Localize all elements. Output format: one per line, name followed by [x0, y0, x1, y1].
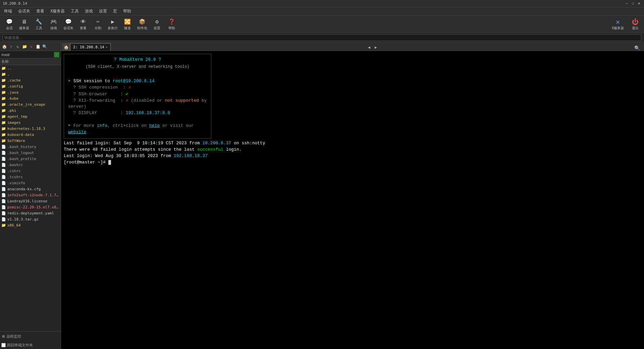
window-title: 10.200.8.14: [3, 1, 27, 6]
list-item[interactable]: 📁 ..: [0, 65, 61, 71]
menu-macros[interactable]: 宏: [110, 8, 120, 15]
remote-monitor-label: 远程监控: [6, 334, 21, 339]
title-bar: 10.200.8.14 ─ □ ✕: [0, 0, 644, 7]
tab-nav-left[interactable]: ◀: [366, 44, 372, 51]
list-item[interactable]: 📁 agent_tmp: [0, 113, 61, 119]
menu-tools[interactable]: 工具: [68, 8, 82, 15]
quick-connect-input[interactable]: [3, 34, 641, 41]
terminal-search-icon[interactable]: 🔍: [634, 45, 643, 51]
toolbar-help[interactable]: ❓ 帮助: [165, 17, 178, 31]
toolbar-view[interactable]: 👁 查看: [76, 17, 90, 31]
tab-close-icon[interactable]: ✕: [106, 45, 108, 49]
tab-home-button[interactable]: 🏠: [62, 43, 70, 51]
list-item[interactable]: 📁 kubernetes-1.18.3: [0, 126, 61, 132]
list-item[interactable]: 📄 .bash_history: [0, 144, 61, 150]
sftp-up-icon[interactable]: ↑: [8, 44, 14, 50]
exit-label: 退出: [632, 26, 639, 31]
split-icon: ✂: [94, 18, 102, 26]
list-item[interactable]: 📄 .bash_profile: [0, 156, 61, 162]
list-item[interactable]: 📁 .: [0, 71, 61, 77]
file-header: 名称: [0, 58, 61, 65]
sftp-delete-icon[interactable]: ✕: [28, 44, 34, 50]
list-item[interactable]: 📄 redis-deployment.yaml: [0, 210, 61, 216]
toolbar-packages[interactable]: 📦 软件包: [136, 17, 149, 31]
toolbar-server[interactable]: 🖥 服务器: [17, 17, 31, 31]
menu-xserver[interactable]: X服务器: [48, 8, 67, 15]
list-item[interactable]: 📁 kuboard-data: [0, 132, 61, 138]
folder-icon: 📁: [1, 133, 6, 137]
menu-games[interactable]: 游戏: [82, 8, 96, 15]
list-item[interactable]: 📄 LandrayV16.license: [0, 198, 61, 204]
close-button[interactable]: ✕: [637, 1, 641, 6]
tab-session[interactable]: 2: 10.200.8.14 ✕: [70, 43, 111, 51]
file-item-label: kubernetes-1.18.3: [7, 127, 45, 131]
tab-nav-right[interactable]: ▶: [372, 44, 379, 51]
toolbar-right: ✕ X服务器 ⏻ 退出: [609, 17, 641, 31]
quick-connect-bar: [0, 33, 644, 42]
list-item[interactable]: 📁 x86_64: [0, 222, 61, 228]
follow-terminal-checkbox[interactable]: 跟踪终端文件夹: [0, 341, 61, 349]
toolbar-session[interactable]: 💬 会话: [3, 17, 16, 31]
terminal-area[interactable]: ? MobaXterm 20.0 ? (SSH client, X-server…: [61, 51, 644, 349]
exit-button[interactable]: ⏻ 退出: [629, 17, 641, 31]
menu-sessions[interactable]: 会话夹: [15, 8, 33, 15]
list-item[interactable]: 📁 .pki: [0, 107, 61, 113]
toolbar-multiexec[interactable]: ▶ 多执行: [106, 17, 119, 31]
toolbar-games[interactable]: 🎮 游戏: [47, 17, 60, 31]
list-item[interactable]: 📁 .java: [0, 89, 61, 95]
path-ok-button[interactable]: ✓: [54, 52, 59, 57]
sftp-home-icon[interactable]: 🏠: [1, 44, 7, 50]
menu-terminal[interactable]: 终端: [1, 8, 15, 15]
list-item[interactable]: 📁 .cache: [0, 77, 61, 83]
file-item-label: .java: [7, 90, 18, 95]
list-item[interactable]: 📁 .oracle_jre_usage: [0, 101, 61, 107]
list-item[interactable]: 📁 SoftWare: [0, 138, 61, 144]
file-item-label: agent_tmp: [7, 114, 28, 119]
settings-label: 设置: [154, 26, 160, 31]
minimize-button[interactable]: ─: [625, 1, 629, 6]
sftp-properties-icon[interactable]: 📋: [35, 44, 41, 50]
games-label: 游戏: [50, 26, 57, 31]
list-item[interactable]: 📁 images: [0, 119, 61, 126]
list-item[interactable]: 📁 .kube: [0, 95, 61, 101]
sidebar-bottom: 🖥 远程监控 跟踪终端文件夹: [0, 331, 61, 349]
sftp-newdir-icon[interactable]: 📁: [21, 44, 28, 50]
folder-icon: 📁: [1, 108, 6, 113]
list-item[interactable]: 📄 anaconda-ks.cfg: [0, 186, 61, 192]
maximize-button[interactable]: □: [631, 1, 635, 6]
path-input[interactable]: [1, 53, 53, 57]
toolbar-tools[interactable]: 🔧 工具: [32, 17, 46, 31]
sftp-search-icon[interactable]: 🔍: [42, 44, 48, 50]
file-item-label: psmisc-22.20-15.el7.x86_64.r...: [7, 205, 59, 209]
toolbar-split[interactable]: ✂ 分割: [91, 17, 105, 31]
toolbar-settings[interactable]: ⚙ 设置: [150, 17, 164, 31]
sftp-refresh-icon[interactable]: ↻: [15, 44, 21, 50]
list-item[interactable]: 📄 v1.18.3.tar.gz: [0, 216, 61, 222]
menu-view[interactable]: 查看: [34, 8, 47, 15]
term-line: ➤ For more info, ctrl+click on help or v…: [68, 123, 207, 135]
list-item[interactable]: 📄 psmisc-22.20-15.el7.x86_64.r...: [0, 204, 61, 210]
xserver-button[interactable]: ✕ X服务器: [609, 17, 627, 31]
list-item[interactable]: 📄 .viminfo: [0, 180, 61, 186]
file-icon: 📄: [1, 205, 6, 209]
menu-help[interactable]: 帮助: [120, 8, 134, 15]
list-item[interactable]: 📄 .tcshrc: [0, 174, 61, 180]
file-item-label: .bashrc: [7, 163, 23, 167]
toolbar-sessionfolder[interactable]: 💬 会话夹: [62, 17, 75, 31]
file-item-label: kuboard-data: [7, 133, 34, 137]
help-icon: ❓: [168, 18, 176, 26]
multiexec-label: 多执行: [108, 26, 118, 31]
menu-settings[interactable]: 设置: [96, 8, 110, 15]
list-item[interactable]: 📄 .cshrc: [0, 168, 61, 174]
split-label: 分割: [95, 26, 101, 31]
list-item[interactable]: 📄 .bash_logout: [0, 150, 61, 156]
terminal-prompt: [root@master ~]#: [64, 159, 641, 165]
toolbar-tunnel[interactable]: 🔀 隧道: [121, 17, 134, 31]
last-login: Last login: Wed Aug 30 18:03:05 2023 fro…: [64, 153, 641, 159]
remote-monitor-button[interactable]: 🖥 远程监控: [0, 332, 61, 341]
follow-terminal-check[interactable]: [1, 343, 6, 347]
multiexec-icon: ▶: [109, 18, 117, 26]
list-item[interactable]: 📁 .config: [0, 83, 61, 89]
list-item[interactable]: 📄 info2soft-i2node-7.1.72.2201...: [0, 192, 61, 198]
list-item[interactable]: 📄 .bashrc: [0, 162, 61, 168]
